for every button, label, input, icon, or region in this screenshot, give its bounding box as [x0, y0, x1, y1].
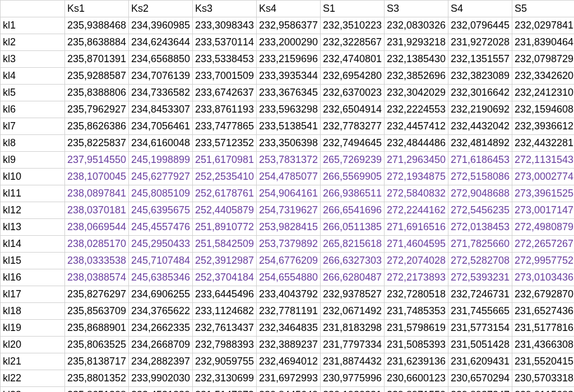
cell: 231,7455665	[448, 303, 512, 320]
cell: 272,2173893	[385, 269, 448, 286]
header-col: S3	[385, 1, 448, 17]
row-label: kl4	[1, 68, 65, 85]
cell: 232,4740801	[321, 51, 385, 68]
row-label: kl10	[1, 169, 65, 185]
cell: 272,1934875	[385, 169, 448, 185]
cell: 271,2963450	[385, 152, 448, 169]
table-row: kl3235,8701391234,6568850233,5338453233,…	[1, 51, 575, 68]
table-row: kl14238,0285170245,2950433251,5842509253…	[1, 236, 575, 253]
cell: 232,3823089	[448, 68, 512, 85]
cell: 232,7781191	[257, 303, 321, 320]
cell: 235,9288587	[65, 68, 129, 85]
header-col: Ks4	[257, 1, 321, 17]
cell: 234,6160048	[129, 135, 193, 152]
cell: 272,5456235	[448, 202, 512, 219]
cell: 238,1070045	[65, 169, 129, 185]
cell: 233,5712352	[193, 135, 257, 152]
cell: 232,0671492	[321, 303, 385, 320]
cell: 232,7280518	[385, 286, 448, 303]
table-body: kl1235,9388468234,3960985233,3098343232,…	[1, 17, 575, 393]
data-table: Ks1 Ks2 Ks3 Ks4 S1 S3 S4 S5 kl1235,93884…	[0, 0, 574, 392]
cell: 272,9957752	[512, 253, 575, 269]
row-label: kl21	[1, 353, 65, 370]
cell: 252,3912987	[193, 253, 257, 269]
row-label: kl6	[1, 101, 65, 118]
cell: 245,6395675	[129, 202, 193, 219]
cell: 272,0138453	[448, 219, 512, 236]
cell: 234,7336582	[129, 85, 193, 101]
row-label: kl22	[1, 370, 65, 387]
row-label: kl16	[1, 269, 65, 286]
cell: 271,6186453	[448, 152, 512, 169]
cell: 238,0370181	[65, 202, 129, 219]
cell: 238,0285170	[65, 236, 129, 253]
cell: 232,7988393	[193, 337, 257, 353]
cell: 235,8388806	[65, 85, 129, 101]
table-row: kl19235,8688901234,2662335232,7613437232…	[1, 320, 575, 337]
cell: 232,3852696	[385, 68, 448, 85]
row-label: kl13	[1, 219, 65, 236]
cell: 232,3130699	[193, 370, 257, 387]
cell: 272,2657267	[512, 236, 575, 253]
cell: 231,6239136	[385, 353, 448, 370]
cell: 233,6742637	[193, 85, 257, 101]
cell: 273,0103436	[512, 269, 575, 286]
cell: 272,1131543	[512, 152, 575, 169]
cell: 234,2882397	[129, 353, 193, 370]
table-row: kl22235,8801352233,9902030232,3130699231…	[1, 370, 575, 387]
cell: 232,4694012	[257, 353, 321, 370]
cell: 232,4457412	[385, 118, 448, 135]
cell: 252,6178761	[193, 185, 257, 202]
table-row: kl11238,0897841245,8085109252,6178761254…	[1, 185, 575, 202]
cell: 229,8971550	[385, 387, 448, 393]
cell: 271,6916516	[385, 219, 448, 236]
row-label: kl14	[1, 236, 65, 253]
cell: 233,5138541	[257, 118, 321, 135]
cell: 272,5840832	[385, 185, 448, 202]
cell: 251,8910772	[193, 219, 257, 236]
table-row: kl23235,8651308233,4531330231,5147872230…	[1, 387, 575, 393]
cell: 231,6209431	[448, 353, 512, 370]
cell: 231,4366308	[512, 337, 575, 353]
cell: 232,4432042	[448, 118, 512, 135]
cell: 245,6277927	[129, 169, 193, 185]
cell: 232,3042029	[385, 85, 448, 101]
cell: 234,3960985	[129, 17, 193, 34]
cell: 252,4405879	[193, 202, 257, 219]
cell: 273,0002774	[512, 169, 575, 185]
cell: 231,5147872	[193, 387, 257, 393]
row-label: kl8	[1, 135, 65, 152]
cell: 230,8445640	[257, 387, 321, 393]
cell: 266,9386511	[321, 185, 385, 202]
cell: 233,9902030	[129, 370, 193, 387]
cell: 235,8563709	[65, 303, 129, 320]
cell: 232,7783277	[321, 118, 385, 135]
table-row: kl8235,8225837234,6160048233,5712352233,…	[1, 135, 575, 152]
cell: 235,8688901	[65, 320, 129, 337]
cell: 232,0297841	[512, 17, 575, 34]
cell: 232,7613437	[193, 320, 257, 337]
cell: 254,9064161	[257, 185, 321, 202]
table-row: kl5235,8388806234,7336582233,6742637233,…	[1, 85, 575, 101]
header-col: Ks1	[65, 1, 129, 17]
cell: 233,7001509	[193, 68, 257, 85]
cell: 232,0830326	[385, 17, 448, 34]
row-label: kl17	[1, 286, 65, 303]
cell: 235,8063525	[65, 337, 129, 353]
cell: 272,5393231	[448, 269, 512, 286]
table-row: kl18235,8563709234,3765622233,1124682232…	[1, 303, 575, 320]
cell: 234,6243644	[129, 34, 193, 51]
cell: 232,7494645	[321, 135, 385, 152]
cell: 230,1930331	[321, 387, 385, 393]
table-row: kl17235,8276297234,6906255233,6445496233…	[1, 286, 575, 303]
table-header: Ks1 Ks2 Ks3 Ks4 S1 S3 S4 S5	[1, 1, 575, 17]
cell: 232,2190692	[448, 101, 512, 118]
cell: 232,1594608	[512, 101, 575, 118]
cell: 254,7319627	[257, 202, 321, 219]
cell: 237,9514550	[65, 152, 129, 169]
cell: 232,7246731	[448, 286, 512, 303]
cell: 235,8651308	[65, 387, 129, 393]
cell: 235,8638884	[65, 34, 129, 51]
cell: 231,7485353	[385, 303, 448, 320]
row-label: kl15	[1, 253, 65, 269]
